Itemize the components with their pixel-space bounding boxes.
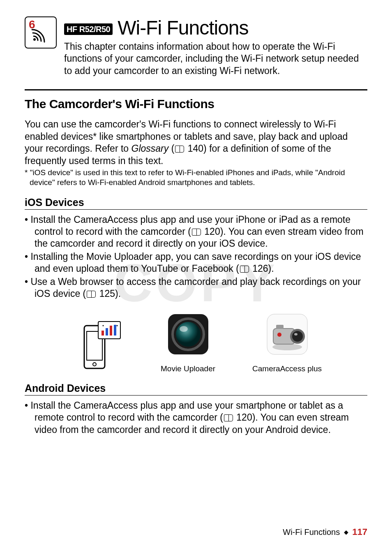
list-item: Install the CameraAccess plus app and us… (25, 400, 367, 436)
svg-rect-8 (114, 325, 116, 336)
figure-movie-uploader: Movie Uploader (161, 308, 215, 373)
svg-rect-6 (106, 328, 108, 336)
android-bullet-list: Install the CameraAccess plus app and us… (25, 400, 367, 436)
figure-phone (70, 320, 124, 373)
svg-point-22 (277, 333, 281, 337)
svg-point-9 (102, 325, 104, 326)
page-ref-icon (175, 146, 184, 153)
list-item: Install the CameraAccess plus app and us… (25, 214, 367, 250)
ios-heading: iOS Devices (25, 197, 367, 208)
page-ref-number: 120 (236, 412, 252, 423)
android-divider (25, 395, 367, 396)
bullet-text: Installing the Movie Uploader app, you c… (30, 251, 361, 274)
android-heading: Android Devices (25, 382, 367, 394)
bullet-text: Use a Web browser to access the camcorde… (30, 276, 361, 299)
intro-paragraph: This chapter contains information about … (64, 41, 367, 77)
smartphone-illustration (70, 320, 124, 373)
svg-point-13 (176, 322, 201, 347)
footnote: * "iOS device" is used in this text to r… (25, 168, 367, 187)
list-item: Installing the Movie Uploader app, you c… (25, 251, 367, 275)
page-title: Wi-Fi Functions (118, 16, 248, 39)
page-ref-icon (192, 229, 201, 236)
svg-point-20 (292, 331, 303, 342)
svg-rect-5 (101, 331, 104, 336)
ios-divider (25, 209, 367, 210)
camera-access-icon (261, 308, 314, 361)
svg-point-14 (180, 326, 188, 332)
page-ref-icon (224, 414, 233, 421)
footer-section-label: Wi-Fi Functions (283, 528, 340, 537)
page-ref-icon (87, 291, 96, 298)
chapter-badge: 6 (25, 16, 57, 49)
list-item: Use a Web browser to access the camcorde… (25, 276, 367, 300)
bullet-text: ). (115, 288, 121, 299)
figure-caption: Movie Uploader (161, 364, 215, 373)
model-badge: HF R52/R50 (64, 23, 113, 35)
svg-point-16 (272, 344, 302, 350)
page-footer: Wi-Fi Functions ◆ 117 (283, 527, 367, 537)
section-paragraph: You can use the camcorder's Wi-Fi functi… (25, 118, 367, 167)
svg-rect-7 (110, 326, 112, 336)
figure-caption: CameraAccess plus (252, 364, 322, 373)
section-title: The Camcorder's Wi-Fi Functions (25, 97, 367, 111)
svg-rect-23 (276, 325, 284, 329)
ios-bullet-list: Install the CameraAccess plus app and us… (25, 214, 367, 300)
svg-point-10 (116, 325, 118, 326)
svg-rect-4 (98, 322, 120, 339)
section-divider (25, 89, 367, 90)
page-ref-number: 120 (204, 226, 220, 237)
page-ref-number: 140 (188, 143, 203, 154)
glossary-term: Glossary (131, 143, 169, 154)
svg-point-3 (93, 363, 96, 366)
diamond-icon: ◆ (344, 529, 348, 535)
movie-uploader-icon (161, 308, 215, 361)
figure-camera-access: CameraAccess plus (252, 308, 322, 373)
svg-point-21 (294, 333, 297, 336)
para-text-mid: ( (168, 143, 174, 154)
wifi-icon (30, 27, 49, 45)
page-ref-icon (240, 266, 249, 273)
figure-row: Movie Uploader CameraAccess plus (25, 308, 367, 373)
page-ref-number: 126 (252, 263, 268, 274)
page-number: 117 (352, 527, 367, 537)
page-ref-number: 125 (99, 288, 115, 299)
bullet-text: ). (268, 263, 274, 274)
svg-point-0 (33, 38, 36, 41)
